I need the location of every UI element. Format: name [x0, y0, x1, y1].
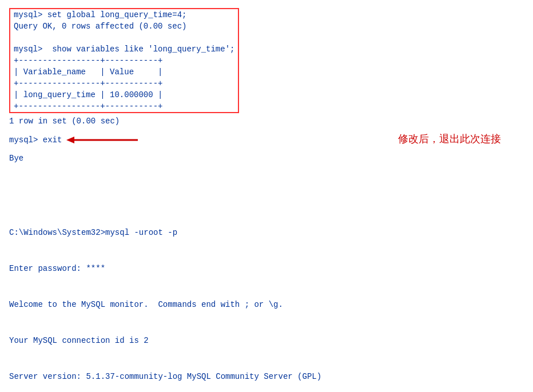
- section1-container: mysql> set global long_query_time=4; Que…: [9, 6, 524, 115]
- table-divider1: +-----------------+-----------+: [10, 78, 238, 89]
- reconnect-version: Server version: 5.1.37-community-log MyS…: [9, 371, 524, 383]
- boxed-section-top: mysql> set global long_query_time=4; Que…: [9, 8, 239, 113]
- bye-line: Bye: [9, 153, 524, 165]
- section1-line3: [10, 32, 238, 43]
- reconnect-pwd: Enter password: ****: [9, 263, 524, 275]
- section1-line4: mysql> show variables like 'long_query_t…: [10, 43, 238, 55]
- exit-line: mysql> exit: [9, 134, 62, 146]
- section1-line2: Query OK, 0 rows affected (0.00 sec): [10, 21, 238, 32]
- section1-lines: mysql> set global long_query_time=4;: [10, 9, 238, 21]
- annotation1-row: mysql> exit 修改后，退出此次连接: [9, 130, 524, 150]
- reconnect-cmd: C:\Windows\System32>mysql -uroot -p: [9, 227, 524, 239]
- table-top1: +-----------------+-----------+: [10, 55, 238, 66]
- table-header1: | Variable_name | Value |: [10, 66, 238, 78]
- annotation1-text: 修改后，退出此次连接: [398, 132, 501, 146]
- table-bottom1: +-----------------+-----------+: [10, 101, 238, 112]
- reconnect-connid: Your MySQL connection id is 2: [9, 335, 524, 347]
- reconnect-welcome: Welcome to the MySQL monitor. Commands e…: [9, 299, 524, 311]
- reconnect-blank: [9, 191, 524, 203]
- reconnect-lines: C:\Windows\System32>mysql -uroot -p Ente…: [9, 167, 524, 392]
- arrow-icon: [66, 134, 141, 146]
- table-row1: | long_query_time | 10.000000 |: [10, 89, 238, 101]
- svg-marker-1: [66, 137, 74, 143]
- section1-footer: 1 row in set (0.00 sec): [9, 115, 524, 127]
